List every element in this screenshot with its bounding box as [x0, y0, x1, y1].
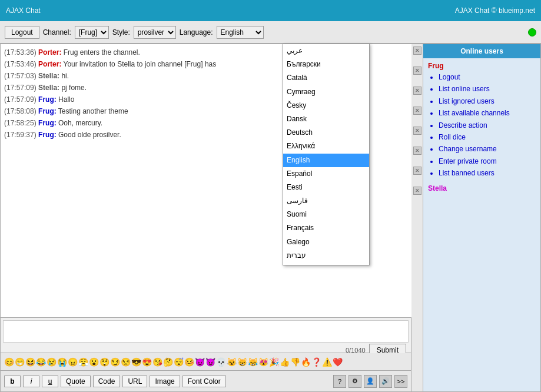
help-icon[interactable]: ? [333, 375, 346, 388]
close-6[interactable]: ✕ [413, 147, 421, 155]
font-color-button[interactable]: Font Color [182, 376, 226, 387]
msg-content: Ooh, mercury. [57, 119, 102, 127]
forward-icon[interactable]: >> [394, 375, 407, 388]
emoji-button[interactable]: ⚠️ [322, 358, 332, 366]
italic-button[interactable]: i [23, 376, 39, 387]
bold-button[interactable]: b [4, 376, 21, 387]
emoji-button[interactable]: 😍 [142, 358, 152, 366]
emoji-button[interactable]: 🤒 [184, 358, 194, 366]
channel-select[interactable]: [Frug] [75, 26, 109, 39]
emoji-button[interactable]: 😢 [47, 358, 57, 366]
user-menu-item[interactable]: Change username [439, 143, 536, 155]
main-wrapper: (17:53:36) Porter: Frug enters the chann… [0, 44, 541, 392]
language-option[interactable]: עברית [283, 249, 369, 263]
user-icon[interactable]: 👤 [364, 375, 377, 388]
user-menu-item[interactable]: Enter private room [439, 155, 536, 167]
language-option[interactable]: Eesti [283, 181, 369, 194]
user-menu-item[interactable]: Logout [439, 71, 536, 83]
user-menu-item[interactable]: List ignored users [439, 95, 536, 107]
online-user-name[interactable]: Stella [428, 184, 536, 192]
language-option[interactable]: Ελληνικά [283, 139, 369, 153]
emoji-button[interactable]: ❓ [311, 358, 321, 366]
app-header: AJAX Chat AJAX Chat © blueimp.net [0, 0, 541, 21]
logout-button[interactable]: Logout [5, 26, 39, 39]
emoji-button[interactable]: 🎉 [269, 358, 279, 366]
msg-content: hi. [59, 72, 69, 80]
emoji-button[interactable]: 😂 [36, 358, 46, 366]
close-1[interactable]: ✕ [413, 46, 421, 55]
emoji-button[interactable]: 💀 [216, 358, 226, 366]
language-option[interactable]: Català [283, 71, 369, 85]
emoji-button[interactable]: 😒 [121, 358, 131, 366]
emoji-button[interactable]: 😮 [89, 358, 99, 366]
emoji-button[interactable]: 😲 [99, 358, 109, 366]
chat-row: (17:53:36) Porter: Frug enters the chann… [0, 44, 541, 392]
user-menu-item[interactable]: List banned users [439, 167, 536, 179]
language-option[interactable]: Dansk [283, 112, 369, 126]
language-option[interactable]: English [283, 154, 369, 167]
emoji-button[interactable]: 👿 [195, 358, 205, 366]
emoji-button[interactable]: 🤔 [163, 358, 173, 366]
emoji-button[interactable]: 😁 [15, 358, 25, 366]
close-2[interactable]: ✕ [413, 67, 421, 75]
emoji-button[interactable]: 👎 [290, 358, 300, 366]
quote-button[interactable]: Quote [61, 376, 91, 387]
message-input[interactable] [3, 320, 409, 343]
language-option[interactable]: Español [283, 167, 369, 181]
language-option[interactable]: Suomi [283, 208, 369, 221]
emoji-button[interactable]: 😆 [25, 358, 35, 366]
emoji-button[interactable]: 😸 [237, 358, 247, 366]
close-7[interactable]: ✕ [413, 167, 421, 175]
emoji-button[interactable]: 😎 [131, 358, 141, 366]
emoji-button[interactable]: 😠 [68, 358, 78, 366]
language-option[interactable]: Cymraeg [283, 85, 369, 99]
online-user-name[interactable]: Frug [428, 62, 536, 70]
language-option[interactable]: Deutsch [283, 126, 369, 139]
emoji-button[interactable]: 😴 [174, 358, 184, 366]
settings-icon[interactable]: ⚙ [349, 375, 361, 388]
emoji-button[interactable]: 😘 [152, 358, 162, 366]
user-menu-item[interactable]: Roll dice [439, 131, 536, 143]
close-3[interactable]: ✕ [413, 87, 421, 95]
close-8[interactable]: ✕ [413, 187, 421, 195]
emoji-button[interactable]: 🔥 [301, 358, 311, 366]
emoji-button[interactable]: 😏 [110, 358, 120, 366]
msg-user: Stella: [38, 84, 59, 92]
language-option[interactable]: فارسی [283, 194, 369, 208]
style-select[interactable]: prosilver [134, 26, 176, 39]
language-option[interactable]: Česky [283, 99, 369, 112]
underline-button[interactable]: u [42, 376, 58, 387]
msg-time: (17:57:03) [4, 72, 36, 80]
msg-content: Your invitation to Stella to join channe… [61, 60, 216, 68]
emoji-button[interactable]: 😺 [227, 358, 237, 366]
sound-icon[interactable]: 🔊 [379, 375, 392, 388]
user-menu-item[interactable]: List online users [439, 83, 536, 95]
emoji-button[interactable]: 😊 [4, 358, 14, 366]
emoji-button[interactable]: 👍 [280, 358, 290, 366]
emoji-button[interactable]: 😭 [57, 358, 67, 366]
language-option[interactable]: Galego [283, 235, 369, 249]
format-right-tools: ? ⚙ 👤 🔊 >> [333, 375, 407, 388]
close-4[interactable]: ✕ [413, 107, 421, 115]
emoji-button[interactable]: 😻 [258, 358, 268, 366]
close-5[interactable]: ✕ [413, 127, 421, 135]
msg-user: Frug: [38, 95, 57, 104]
language-option[interactable]: Français [283, 221, 369, 235]
channel-label: Channel: [43, 28, 71, 36]
code-button[interactable]: Code [93, 376, 121, 387]
language-option[interactable]: Hrvatski [283, 263, 369, 265]
emoji-button[interactable]: ❤️ [333, 358, 343, 366]
language-dropdown[interactable]: عربيБългарскиCatalàCymraegČeskyDanskDeut… [283, 44, 370, 265]
emoji-button[interactable]: 😤 [78, 358, 88, 366]
language-list[interactable]: عربيБългарскиCatalàCymraegČeskyDanskDeut… [283, 44, 369, 265]
emoji-button[interactable]: 😹 [248, 358, 258, 366]
image-button[interactable]: Image [150, 376, 180, 387]
user-menu-item[interactable]: List available channels [439, 107, 536, 119]
user-menu-item[interactable]: Describe action [439, 119, 536, 131]
emoji-button[interactable]: 😈 [205, 358, 215, 366]
language-select[interactable]: English [217, 26, 264, 39]
language-option[interactable]: عربي [283, 44, 369, 58]
msg-user: Frug: [38, 107, 57, 115]
language-option[interactable]: Български [283, 58, 369, 71]
url-button[interactable]: URL [122, 376, 147, 387]
